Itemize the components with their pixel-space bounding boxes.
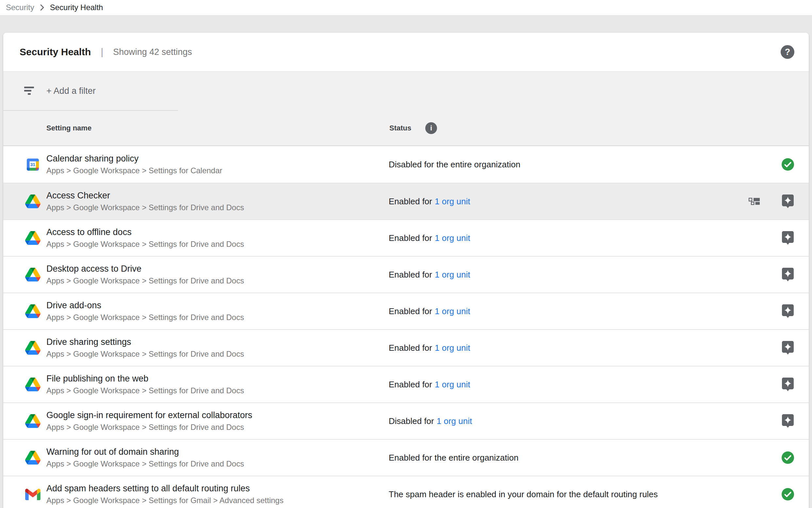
setting-title: Access Checker [46, 190, 244, 201]
column-status: Status [389, 124, 411, 132]
breadcrumb-parent-link[interactable]: Security [6, 3, 34, 12]
google-drive-icon [25, 267, 41, 283]
info-icon[interactable]: i [425, 122, 437, 134]
setting-text: Drive sharing settings Apps > Google Wor… [46, 337, 244, 358]
green-check-icon [781, 451, 794, 465]
setting-title: File publishing on the web [46, 374, 244, 384]
setting-path: Apps > Google Workspace > Settings for D… [46, 240, 244, 249]
setting-text: Access to offline docs Apps > Google Wor… [46, 227, 244, 249]
setting-path: Apps > Google Workspace > Settings for D… [46, 203, 244, 212]
setting-title: Warning for out of domain sharing [46, 447, 244, 457]
status-text: Enabled for [389, 380, 432, 389]
org-unit-link[interactable]: 1 org unit [435, 270, 470, 280]
setting-path: Apps > Google Workspace > Settings for D… [46, 276, 244, 285]
recommendation-badge-icon[interactable] [781, 304, 794, 318]
table-row[interactable]: 31 Calendar sharing policy Apps > Google… [3, 146, 809, 183]
setting-text: File publishing on the web Apps > Google… [46, 374, 244, 395]
recommendation-badge-icon[interactable] [781, 378, 794, 391]
status-text: The spam header is enabled in your domai… [389, 490, 658, 499]
status-cell: Disabled for the entire organization [389, 160, 520, 170]
table-row[interactable]: Drive sharing settings Apps > Google Wor… [3, 329, 809, 366]
setting-path: Apps > Google Workspace > Settings for D… [46, 349, 244, 358]
status-text: Enabled for [389, 270, 432, 280]
recommendation-badge-icon[interactable] [781, 195, 794, 208]
add-filter-label: + Add a filter [46, 86, 96, 96]
setting-title: Desktop access to Drive [46, 264, 244, 274]
status-cell: Enabled for1 org unit [389, 306, 470, 316]
table-row[interactable]: Access to offline docs Apps > Google Wor… [3, 219, 809, 256]
status-text: Disabled for [389, 416, 434, 426]
recommendation-badge-icon[interactable] [781, 231, 794, 245]
table-row[interactable]: Warning for out of domain sharing Apps >… [3, 439, 809, 476]
table-row[interactable]: Google sign-in requirement for external … [3, 403, 809, 439]
status-text: Enabled for the entire organization [389, 453, 519, 463]
security-health-card: Security Health | Showing 42 settings ? … [3, 33, 809, 508]
status-text: Enabled for [389, 343, 432, 353]
setting-title: Drive sharing settings [46, 337, 244, 347]
setting-path: Apps > Google Workspace > Settings for D… [46, 423, 252, 432]
breadcrumb-current: Security Health [50, 3, 103, 12]
status-text: Disabled for the entire organization [389, 160, 520, 169]
google-drive-icon [25, 413, 41, 429]
google-drive-icon [25, 303, 41, 319]
setting-title: Access to offline docs [46, 227, 244, 237]
google-drive-icon [25, 450, 41, 466]
recommendation-badge-icon[interactable] [781, 341, 794, 355]
org-unit-link[interactable]: 1 org unit [435, 197, 470, 206]
status-text: Enabled for [389, 197, 432, 206]
google-drive-icon [25, 230, 41, 246]
chevron-right-icon [40, 3, 45, 12]
breadcrumb: Security Security Health [0, 0, 812, 15]
table-row[interactable]: File publishing on the web Apps > Google… [3, 366, 809, 403]
status-cell: Enabled for1 org unit [389, 197, 470, 207]
svg-text:31: 31 [30, 162, 35, 167]
setting-text: Desktop access to Drive Apps > Google Wo… [46, 264, 244, 285]
recommendation-badge-icon[interactable] [781, 414, 794, 428]
setting-text: Calendar sharing policy Apps > Google Wo… [46, 154, 223, 175]
setting-text: Drive add-ons Apps > Google Workspace > … [46, 300, 244, 322]
setting-path: Apps > Google Workspace > Settings for D… [46, 313, 244, 322]
settings-count: Showing 42 settings [113, 47, 192, 57]
recommendation-badge-icon[interactable] [781, 268, 794, 282]
status-cell: The spam header is enabled in your domai… [389, 490, 658, 500]
google-drive-icon [25, 194, 41, 209]
help-icon[interactable]: ? [781, 45, 794, 59]
google-drive-icon [25, 340, 41, 356]
filter-and-columns-panel: + Add a filter Setting name Status i [3, 71, 809, 146]
setting-path: Apps > Google Workspace > Settings for D… [46, 386, 244, 395]
org-unit-link[interactable]: 1 org unit [435, 343, 470, 353]
setting-title: Google sign-in requirement for external … [46, 410, 252, 420]
setting-path: Apps > Google Workspace > Settings for G… [46, 496, 284, 505]
org-unit-link[interactable]: 1 org unit [437, 416, 472, 426]
google-drive-icon [25, 377, 41, 392]
settings-table-body: 31 Calendar sharing policy Apps > Google… [3, 146, 809, 508]
status-cell: Enabled for1 org unit [389, 380, 470, 390]
column-setting-name: Setting name [46, 124, 91, 132]
status-cell: Enabled for the entire organization [389, 453, 519, 463]
gmail-icon [25, 486, 41, 502]
green-check-icon [781, 158, 794, 171]
setting-text: Warning for out of domain sharing Apps >… [46, 447, 244, 468]
setting-title: Calendar sharing policy [46, 154, 223, 164]
org-unit-link[interactable]: 1 org unit [435, 380, 470, 389]
setting-title: Drive add-ons [46, 300, 244, 310]
status-cell: Enabled for1 org unit [389, 233, 470, 243]
green-check-icon [781, 488, 794, 501]
org-unit-link[interactable]: 1 org unit [435, 233, 470, 243]
table-row[interactable]: Desktop access to Drive Apps > Google Wo… [3, 256, 809, 293]
org-units-icon [749, 198, 760, 205]
setting-path: Apps > Google Workspace > Settings for D… [46, 459, 244, 468]
google-calendar-icon: 31 [25, 157, 41, 172]
add-filter-bar[interactable]: + Add a filter [3, 72, 809, 110]
status-text: Enabled for [389, 306, 432, 316]
setting-text: Add spam headers setting to all default … [46, 483, 284, 505]
status-cell: Enabled for1 org unit [389, 270, 470, 280]
setting-text: Access Checker Apps > Google Workspace >… [46, 190, 244, 212]
table-row[interactable]: Access Checker Apps > Google Workspace >… [3, 183, 809, 219]
table-row[interactable]: Drive add-ons Apps > Google Workspace > … [3, 293, 809, 329]
title-separator: | [101, 46, 103, 57]
card-header: Security Health | Showing 42 settings ? [3, 33, 809, 71]
table-row[interactable]: Add spam headers setting to all default … [3, 476, 809, 508]
page-title: Security Health [19, 46, 91, 57]
org-unit-link[interactable]: 1 org unit [435, 306, 470, 316]
